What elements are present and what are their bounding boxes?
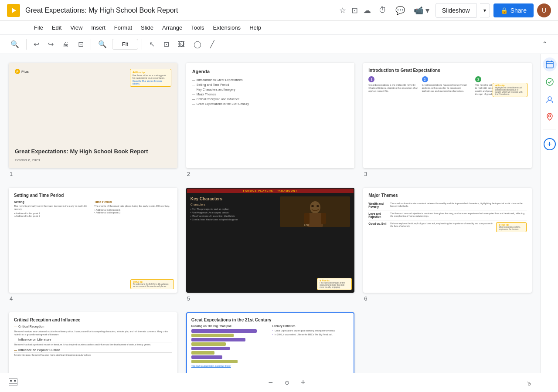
slide-thumb-5[interactable]: FAMOUS PLAYERS · PARAMOUNT Key Character…	[186, 188, 355, 293]
svg-point-5	[316, 205, 319, 207]
folder-icon[interactable]: ⊡	[351, 6, 358, 15]
google-tasks-icon[interactable]	[543, 75, 557, 89]
comment-button[interactable]: 💬	[393, 3, 408, 18]
menu-tools[interactable]: Tools	[187, 23, 208, 33]
slide-number-3: 3	[363, 171, 532, 177]
share-button[interactable]: 🔒 Share	[493, 3, 534, 17]
slides-panel: P Plus ⊕ Plus tip: Use these slides as a…	[0, 54, 541, 373]
line-tool[interactable]: ╱	[207, 37, 218, 51]
zoom-controls: − ⊙ +	[23, 376, 551, 389]
history-button[interactable]: ⏱	[376, 3, 389, 17]
slide2-item-2: —Setting and Time Period	[192, 82, 349, 87]
svg-rect-17	[9, 378, 17, 385]
slide2-item-1: —Introduction to Great Expectations	[192, 78, 349, 82]
toolbar: 🔍 ↩ ↪ 🖨 ⊡ 🔍 Fit ↖ ⊡ 🖼 ◯ ╱ ⌃	[0, 35, 558, 54]
slide2-item-6: —Great Expectations in the 21st Century	[192, 101, 349, 106]
slideshow-button[interactable]: Slideshow	[436, 3, 476, 18]
right-panel-separator	[543, 129, 556, 129]
zoom-in-btn[interactable]: +	[297, 376, 309, 389]
slide1-title: Great Expectations: My High School Book …	[15, 148, 171, 155]
slide-thumb-7[interactable]: Critical Reception and Influence —Critic…	[9, 312, 177, 373]
title-bar: Great Expectations: My High School Book …	[0, 0, 558, 21]
pointer-tool[interactable]: ↖	[146, 37, 158, 51]
menu-arrange[interactable]: Arrange	[159, 23, 186, 33]
menu-file[interactable]: File	[31, 23, 47, 33]
slide-wrapper-1[interactable]: P Plus ⊕ Plus tip: Use these slides as a…	[9, 63, 177, 177]
slide2-item-3: —Key Characters and Imagery	[192, 87, 349, 92]
meet-button[interactable]: 📹 ▾	[411, 3, 432, 18]
google-contacts-icon[interactable]	[543, 92, 557, 106]
filmstrip-button[interactable]	[7, 377, 19, 389]
right-side-panel: +	[541, 54, 558, 373]
title-icons: ☆ ⊡ ☁	[339, 6, 371, 15]
slide3-title: Introduction to Great Expectations	[368, 68, 527, 73]
user-avatar[interactable]: U	[537, 3, 551, 17]
slide-thumb-1[interactable]: P Plus ⊕ Plus tip: Use these slides as a…	[9, 63, 177, 168]
redo-button[interactable]: ↪	[44, 37, 57, 51]
svg-text:LOU: LOU	[304, 224, 309, 226]
document-title: Great Expectations: My High School Book …	[25, 7, 334, 14]
slide-wrapper-8[interactable]: Great Expectations in the 21st Century R…	[186, 312, 355, 373]
google-calendar-icon[interactable]	[543, 57, 557, 71]
shape-tool[interactable]: ◯	[190, 37, 205, 51]
menu-extensions[interactable]: Extensions	[210, 23, 245, 33]
paint-format-button[interactable]: ⊡	[75, 37, 87, 51]
slide-wrapper-4[interactable]: Setting and Time Period Setting The nove…	[9, 188, 177, 302]
svg-rect-8	[321, 213, 326, 224]
toolbar-separator-2	[91, 39, 91, 50]
svg-point-3	[310, 201, 320, 213]
print-button[interactable]: 🖨	[59, 38, 73, 51]
slide-number-2: 2	[186, 171, 355, 177]
app-icon	[7, 4, 20, 17]
slide-thumb-2[interactable]: Agenda —Introduction to Great Expectatio…	[186, 63, 355, 168]
header-right: ⏱ 💬 📹 ▾ Slideshow ▾ 🔒 Share U	[376, 3, 551, 18]
svg-rect-18	[10, 380, 12, 382]
slide2-title: Agenda	[192, 69, 349, 74]
zoom-percent: ⊙	[280, 379, 294, 386]
slide-wrapper-2[interactable]: Agenda —Introduction to Great Expectatio…	[186, 63, 355, 177]
svg-point-14	[546, 78, 553, 85]
toolbar-collapse[interactable]: ⌃	[538, 37, 551, 51]
cloud-icon[interactable]: ☁	[363, 6, 371, 15]
slide-thumb-3[interactable]: Introduction to Great Expectations 1 Gre…	[363, 63, 532, 168]
slide2-item-5: —Critical Reception and Influence	[192, 97, 349, 101]
slide-thumb-8[interactable]: Great Expectations in the 21st Century R…	[186, 312, 355, 373]
slideshow-dropdown-button[interactable]: ▾	[480, 3, 490, 17]
add-apps-button[interactable]: +	[544, 138, 556, 150]
frame-tool[interactable]: ⊡	[160, 37, 173, 51]
slide-wrapper-5[interactable]: FAMOUS PLAYERS · PARAMOUNT Key Character…	[186, 188, 355, 302]
slide5-banner: FAMOUS PLAYERS · PARAMOUNT	[187, 189, 354, 193]
slide-thumb-6[interactable]: Major Themes Wealth andPoverty The novel…	[363, 188, 532, 293]
slide-number-4: 4	[9, 295, 177, 302]
slide-wrapper-3[interactable]: Introduction to Great Expectations 1 Gre…	[363, 63, 532, 177]
zoom-out-btn[interactable]: −	[265, 376, 276, 389]
main-area: P Plus ⊕ Plus tip: Use these slides as a…	[0, 54, 558, 373]
menu-slide[interactable]: Slide	[137, 23, 157, 33]
menu-format[interactable]: Format	[111, 23, 136, 33]
menu-help[interactable]: Help	[246, 23, 265, 33]
bottom-bar: − ⊙ + 🖱	[0, 373, 558, 392]
slide2-item-4: —Major Themes	[192, 92, 349, 97]
menu-insert[interactable]: Insert	[88, 23, 109, 33]
zoom-out-button[interactable]: 🔍	[95, 37, 110, 51]
svg-rect-10	[546, 61, 553, 68]
star-icon[interactable]: ☆	[339, 6, 346, 15]
svg-point-4	[311, 205, 314, 207]
zoom-level-display[interactable]: Fit	[112, 39, 138, 50]
menu-view[interactable]: View	[67, 23, 86, 33]
slide1-date: October 6, 2023	[15, 158, 171, 162]
image-tool[interactable]: 🖼	[174, 38, 188, 51]
toolbar-collapse-button[interactable]: ⌃	[538, 37, 551, 51]
undo-button[interactable]: ↩	[30, 37, 43, 51]
slide-wrapper-6[interactable]: Major Themes Wealth andPoverty The novel…	[363, 188, 532, 302]
menu-edit[interactable]: Edit	[48, 23, 65, 33]
slide-thumb-4[interactable]: Setting and Time Period Setting The nove…	[9, 188, 177, 293]
svg-rect-19	[14, 380, 16, 382]
google-maps-icon[interactable]	[543, 110, 557, 124]
svg-rect-7	[304, 213, 310, 224]
search-button[interactable]: 🔍	[7, 37, 23, 51]
toolbar-separator-3	[142, 39, 142, 50]
filmstrip-toggle	[7, 377, 19, 389]
svg-point-15	[548, 97, 551, 100]
slide-wrapper-7[interactable]: Critical Reception and Influence —Critic…	[9, 312, 177, 373]
